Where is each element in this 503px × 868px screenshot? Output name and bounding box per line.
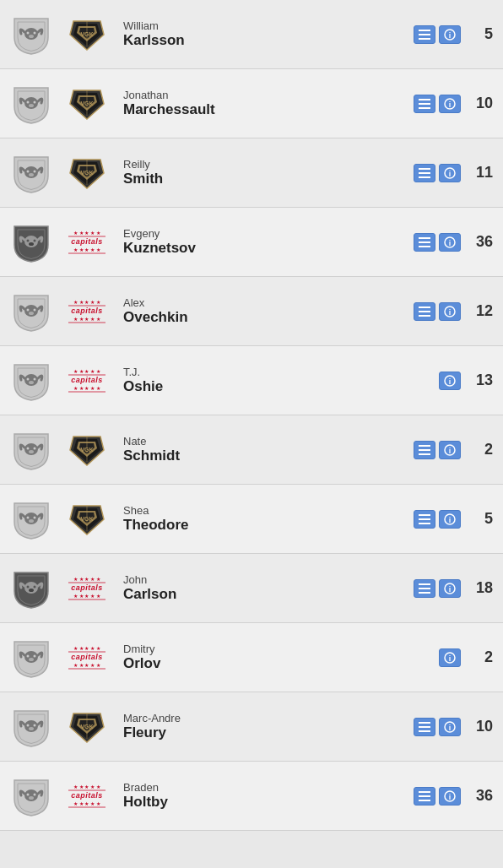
svg-point-146 — [34, 724, 36, 726]
player-score: 11 — [461, 164, 498, 182]
team-logo: VGK — [57, 87, 116, 121]
player-score: 5 — [461, 25, 498, 43]
list-button[interactable] — [414, 25, 435, 44]
svg-point-33 — [29, 173, 34, 176]
svg-point-46 — [27, 239, 30, 241]
info-button[interactable]: i — [439, 233, 461, 252]
svg-point-145 — [27, 724, 30, 726]
svg-text:i: i — [449, 724, 452, 732]
svg-point-135 — [29, 658, 34, 661]
player-first-name: Marc-Andre — [123, 712, 393, 724]
player-score: 2 — [461, 441, 498, 458]
list-button[interactable] — [414, 510, 435, 529]
svg-text:★ ★ ★ ★ ★: ★ ★ ★ ★ ★ — [73, 247, 100, 252]
svg-rect-41 — [419, 172, 430, 174]
player-first-name: Evgeny — [123, 227, 393, 240]
svg-rect-57 — [419, 246, 430, 247]
svg-text:i: i — [449, 585, 452, 594]
svg-text:★ ★ ★ ★ ★: ★ ★ ★ ★ ★ — [73, 663, 100, 668]
info-button[interactable]: i — [439, 441, 461, 459]
info-button[interactable]: i — [439, 648, 461, 667]
player-actions: i — [393, 441, 461, 459]
info-button[interactable]: i — [439, 25, 461, 44]
team-logo: ★ ★ ★ ★ ★ capitals ★ ★ ★ ★ ★ — [57, 779, 116, 813]
player-avatar — [5, 775, 57, 817]
svg-point-120 — [29, 589, 34, 592]
player-last-name: Ovechkin — [123, 309, 393, 326]
svg-text:VGK: VGK — [80, 100, 93, 106]
player-first-name: Nate — [123, 435, 393, 448]
svg-text:VGK: VGK — [80, 31, 93, 37]
info-button[interactable]: i — [439, 302, 461, 321]
svg-point-32 — [34, 170, 36, 172]
svg-rect-155 — [419, 726, 430, 728]
player-actions: i — [393, 718, 461, 736]
team-logo: ★ ★ ★ ★ ★ capitals ★ ★ ★ ★ ★ — [57, 641, 116, 675]
player-name: BradenHoltby — [116, 781, 393, 811]
player-first-name: Dmitry — [123, 643, 393, 655]
player-actions: i — [393, 510, 461, 529]
svg-rect-11 — [419, 34, 430, 35]
svg-point-133 — [27, 654, 30, 657]
player-row: VGK Marc-AndreFleuryi10 — [0, 692, 503, 762]
team-logo: VGK — [57, 710, 116, 744]
info-button[interactable]: i — [439, 787, 461, 806]
player-actions: i — [393, 372, 461, 390]
svg-point-90 — [29, 450, 34, 453]
svg-point-31 — [27, 170, 30, 172]
list-button[interactable] — [414, 718, 435, 736]
info-button[interactable]: i — [439, 718, 461, 736]
player-last-name: Carlson — [123, 586, 393, 603]
player-avatar — [5, 221, 57, 263]
player-actions: i — [393, 579, 461, 598]
list-button[interactable] — [414, 787, 435, 806]
team-logo: VGK — [57, 502, 116, 536]
player-avatar — [5, 429, 57, 471]
list-button[interactable] — [414, 95, 435, 113]
info-button[interactable]: i — [439, 164, 461, 182]
svg-point-1 — [27, 31, 30, 34]
team-logo: ★ ★ ★ ★ ★ capitals ★ ★ ★ ★ ★ — [57, 295, 116, 328]
svg-rect-112 — [419, 514, 430, 516]
player-score: 36 — [461, 787, 498, 805]
svg-text:capitals: capitals — [71, 307, 103, 315]
svg-text:★ ★ ★ ★ ★: ★ ★ ★ ★ ★ — [73, 577, 100, 582]
info-button[interactable]: i — [439, 510, 461, 529]
list-button[interactable] — [414, 441, 435, 459]
svg-rect-40 — [419, 168, 430, 170]
svg-point-89 — [34, 447, 36, 449]
svg-text:VGK: VGK — [80, 516, 93, 522]
player-avatar — [5, 360, 57, 402]
player-avatar — [5, 637, 57, 679]
svg-point-16 — [27, 100, 30, 103]
info-button[interactable]: i — [439, 372, 461, 390]
list-button[interactable] — [414, 164, 435, 182]
player-row: ★ ★ ★ ★ ★ capitals ★ ★ ★ ★ ★ AlexOvechki… — [0, 277, 503, 346]
svg-point-162 — [29, 796, 34, 800]
player-row: ★ ★ ★ ★ ★ capitals ★ ★ ★ ★ ★ JohnCarlson… — [0, 554, 503, 623]
player-last-name: Smith — [123, 171, 393, 187]
svg-point-161 — [34, 793, 36, 795]
list-button[interactable] — [414, 302, 435, 321]
player-row: VGK NateSchmidti2 — [0, 415, 503, 485]
list-button[interactable] — [414, 233, 435, 252]
info-button[interactable]: i — [439, 579, 461, 598]
svg-point-103 — [27, 516, 30, 518]
player-name: T.J.Oshie — [116, 366, 393, 395]
player-avatar — [5, 152, 57, 194]
svg-rect-127 — [419, 583, 430, 585]
player-name: ReillySmith — [116, 158, 393, 187]
player-last-name: Marchessault — [123, 101, 393, 118]
list-button[interactable] — [414, 579, 435, 598]
svg-rect-70 — [419, 307, 430, 308]
svg-text:i: i — [449, 308, 452, 317]
svg-text:★ ★ ★ ★ ★: ★ ★ ★ ★ ★ — [73, 784, 100, 789]
info-button[interactable]: i — [439, 95, 461, 113]
svg-text:capitals: capitals — [71, 376, 103, 384]
svg-point-47 — [34, 239, 36, 241]
player-actions: i — [393, 164, 461, 182]
svg-text:capitals: capitals — [71, 653, 103, 661]
svg-point-17 — [34, 100, 36, 103]
player-avatar — [5, 498, 57, 540]
player-actions: i — [393, 233, 461, 252]
